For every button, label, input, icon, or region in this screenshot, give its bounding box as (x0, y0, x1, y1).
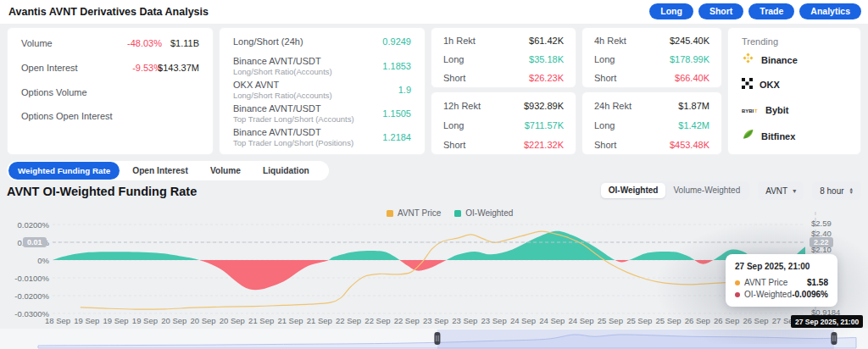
ratio-sublabel: Long/Short Ratio(Accounts) (233, 67, 332, 76)
section-title: AVNT OI-Weighted Funding Rate (7, 185, 197, 198)
rekt-card-4h: 4h Rekt $245.40K Long $178.99K Short $66… (581, 27, 722, 88)
header-actions: Long Short Trade Analytics (649, 3, 861, 19)
price-dot-icon (735, 280, 740, 285)
rekt-total: $932.89K (524, 101, 564, 111)
oi-dot-icon (735, 292, 740, 297)
ratio-label: Binance AVNT/USDT (233, 103, 321, 114)
x-axis-label: 19 Sep (103, 316, 129, 325)
stat-row: Options Open Interest (8, 111, 213, 125)
rekt-short-label: Short (594, 73, 616, 83)
ratio-value: 1.1853 (382, 61, 411, 71)
y-axis-label: -0.0200% (7, 291, 49, 301)
stat-row: Volume -48.03% $1.11B (8, 38, 213, 52)
ratio-label: Long/Short (24h) (233, 36, 303, 47)
x-axis-label: 22 Sep (364, 316, 390, 325)
rekt-long-label: Long (443, 54, 464, 64)
trending-item-bybit[interactable]: BYBIT Bybit (742, 102, 789, 118)
trending-item-binance[interactable]: Binance (742, 52, 798, 68)
ratio-value: 1.1505 (382, 108, 411, 119)
trending-item-label: OKX (760, 80, 780, 90)
x-axis-label: 20 Sep (161, 316, 186, 325)
tooltip-row-oi: OI-Weighted -0.0096% (735, 290, 828, 299)
stat-row: Open Interest -9.53% $143.37M (8, 63, 213, 76)
x-axis-label: 18 Sep (45, 316, 70, 325)
long-button[interactable]: Long (649, 3, 693, 19)
ratio-label: OKX AVNT (233, 80, 279, 90)
analytics-button[interactable]: Analytics (799, 3, 861, 19)
stat-label: Options Open Interest (21, 111, 113, 121)
trending-item-label: Binance (761, 55, 798, 65)
ratio-value: 0.9249 (382, 36, 411, 47)
stat-value: $1.11B (170, 38, 199, 48)
rekt-long-label: Long (594, 120, 615, 130)
x-axis-label: 24 Sep (539, 316, 565, 325)
rekt-long-value: $711.57K (525, 120, 564, 130)
interval-select[interactable]: 8 hour ▲▼ (812, 181, 861, 200)
rekt-long-value: $1.42M (678, 120, 709, 130)
stat-change: -48.03% (127, 38, 162, 48)
x-axis-label: 21 Sep (248, 316, 274, 325)
x-axis-label: 23 Sep (423, 316, 448, 325)
tab-open-interest[interactable]: Open Interest (121, 166, 199, 175)
y-axis-label: -0.0300% (7, 309, 49, 319)
stat-label: Open Interest (21, 63, 78, 73)
tab-weighted-funding-rate[interactable]: Weighted Funding Rate (8, 162, 120, 180)
short-button[interactable]: Short (698, 3, 743, 19)
legend-oi-weighted[interactable]: OI-Weighted (454, 208, 513, 218)
x-axis-label: 23 Sep (452, 316, 477, 325)
trending-item-bitfinex[interactable]: Bitfinex (742, 128, 795, 144)
chart-legend: AVNT Price OI-Weighted (387, 208, 513, 218)
crosshair-left-badge: 0.01 (23, 237, 47, 247)
rekt-period: 12h Rekt (443, 101, 481, 111)
x-axis-label: 21 Sep (277, 316, 303, 325)
tab-volume[interactable]: Volume (199, 166, 252, 175)
legend-avnt-price[interactable]: AVNT Price (387, 208, 441, 218)
stat-value: $143.37M (158, 63, 199, 73)
volume-weighted-option[interactable]: Volume-Weighted (665, 183, 748, 198)
oi-weighted-option[interactable]: OI-Weighted (601, 183, 666, 198)
tab-liquidation[interactable]: Liquidation (252, 166, 320, 175)
okx-icon (742, 77, 753, 92)
rekt-short-label: Short (443, 73, 465, 83)
rekt-long-label: Long (443, 120, 464, 130)
rekt-card-1h: 1h Rekt $61.42K Long $35.18K Short $26.2… (431, 27, 576, 88)
x-axis-label: 21 Sep (307, 316, 332, 325)
legend-label: AVNT Price (398, 208, 441, 218)
interval-select-value: 8 hour (820, 186, 843, 196)
x-axis-label: 22 Sep (394, 316, 420, 325)
legend-swatch-oi (454, 210, 461, 217)
tooltip-series-name: AVNT Price (744, 278, 787, 287)
rekt-short-value: $66.40K (675, 73, 709, 83)
svg-text:T: T (754, 108, 758, 114)
x-axis-label: 25 Sep (598, 316, 623, 325)
rekt-short-value: $26.23K (529, 73, 564, 83)
ratio-sublabel: Top Trader Long/Short (Positions) (233, 138, 353, 147)
ratio-label: Binance AVNT/USDT (233, 127, 321, 137)
rekt-long-label: Long (594, 54, 615, 64)
rekt-short-label: Short (443, 140, 465, 150)
symbol-select[interactable]: AVNT ▾ (758, 181, 804, 200)
chart-controls: OI-Weighted Volume-Weighted AVNT ▾ 8 hou… (599, 181, 861, 200)
top-bar: Avantis AVNT Derivatives Data Analysis L… (0, 0, 868, 24)
trade-button[interactable]: Trade (748, 3, 794, 19)
y-axis-label: 0.0200% (7, 220, 49, 230)
rekt-long-value: $35.18K (529, 54, 564, 64)
trending-item-okx[interactable]: OKX (742, 77, 780, 92)
rekt-total: $245.40K (670, 36, 709, 46)
bybit-icon: BYBIT (742, 102, 759, 118)
x-axis-label: 24 Sep (510, 316, 536, 325)
rekt-period: 1h Rekt (443, 36, 476, 46)
rekt-period: 4h Rekt (594, 36, 626, 46)
volume-stats-card: Volume -48.03% $1.11B Open Interest -9.5… (7, 27, 214, 155)
binance-icon (742, 52, 754, 68)
trending-item-label: Bitfinex (761, 131, 795, 141)
x-axis-label: 24 Sep (569, 316, 594, 325)
page-title: Avantis AVNT Derivatives Data Analysis (8, 6, 209, 18)
tooltip-series-value: $1.58 (807, 278, 828, 287)
y-axis-label: -0.0100% (7, 274, 49, 283)
bitfinex-icon (742, 128, 754, 144)
navigator-handle-left[interactable] (434, 332, 440, 345)
ratio-sublabel: Top Trader Long/Short (Accounts) (233, 114, 354, 124)
x-axis-label: 22 Sep (336, 316, 361, 325)
svg-text:BYBI: BYBI (742, 108, 754, 114)
